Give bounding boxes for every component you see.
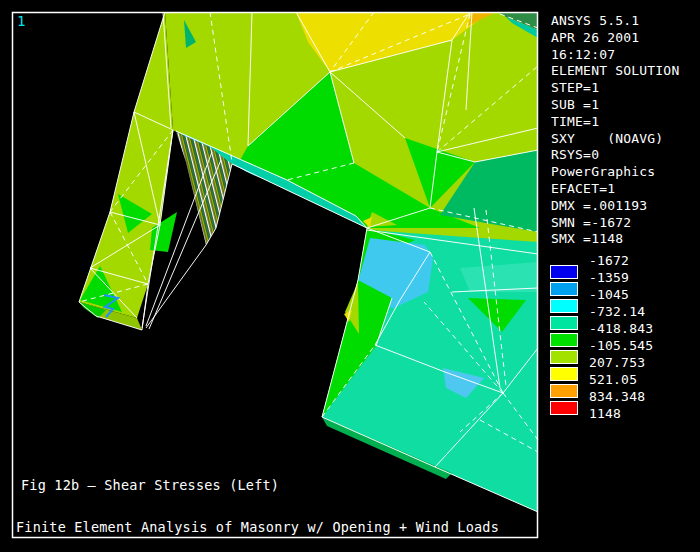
legend-swatch (550, 333, 578, 347)
fea-mesh-faces (79, 12, 538, 512)
info-line-dmx: DMX =.001193 (551, 198, 699, 215)
legend-label: 1148 (589, 405, 699, 422)
legend-value-scale: -1672 -1359 -1045 -732.14 -418.843 -105.… (589, 252, 699, 422)
caption-figure: Fig 12b — Shear Stresses (Left) (21, 477, 279, 493)
legend-swatch (550, 367, 578, 381)
info-line-app-version: ANSYS 5.5.1 (551, 13, 699, 30)
legend-swatch (550, 299, 578, 313)
legend-label: 207.753 (589, 354, 699, 371)
info-line-component: SXY (NOAVG) (551, 131, 699, 148)
caption-title: Finite Element Analysis of Masonry w/ Op… (16, 519, 499, 535)
info-line-timeval: TIME=1 (551, 114, 699, 131)
info-line-time: 16:12:07 (551, 47, 699, 64)
legend-swatch (550, 316, 578, 330)
info-line-solution-type: ELEMENT SOLUTION (551, 63, 699, 80)
info-line-powergraphics: PowerGraphics (551, 164, 699, 181)
info-line-smx: SMX =1148 (551, 231, 699, 248)
face-pillar-front (79, 12, 173, 318)
info-line-date: APR 26 2001 (551, 30, 699, 47)
info-line-sub: SUB =1 (551, 97, 699, 114)
legend-label: -1359 (589, 269, 699, 286)
analysis-info-panel: ANSYS 5.5.1 APR 26 2001 16:12:07 ELEMENT… (551, 13, 699, 248)
legend-label: -418.843 (589, 320, 699, 337)
legend-label: 521.05 (589, 371, 699, 388)
info-line-step: STEP=1 (551, 80, 699, 97)
legend-swatch (550, 350, 578, 364)
info-line-smn: SMN =-1672 (551, 215, 699, 232)
legend-label: -732.14 (589, 303, 699, 320)
info-line-rsys: RSYS=0 (551, 147, 699, 164)
legend-label: 834.348 (589, 388, 699, 405)
legend-swatch (550, 384, 578, 398)
legend-swatch (550, 401, 578, 415)
legend-label: -105.545 (589, 337, 699, 354)
legend-label: -1672 (589, 252, 699, 269)
ansys-window: 1 ANSYS 5.5.1 APR 26 2001 16:12:07 ELEME… (0, 0, 700, 552)
legend-label: -1045 (589, 286, 699, 303)
legend-swatch (550, 265, 578, 279)
legend-swatch (550, 282, 578, 296)
plot-number: 1 (17, 13, 25, 29)
info-line-efacet: EFACET=1 (551, 181, 699, 198)
